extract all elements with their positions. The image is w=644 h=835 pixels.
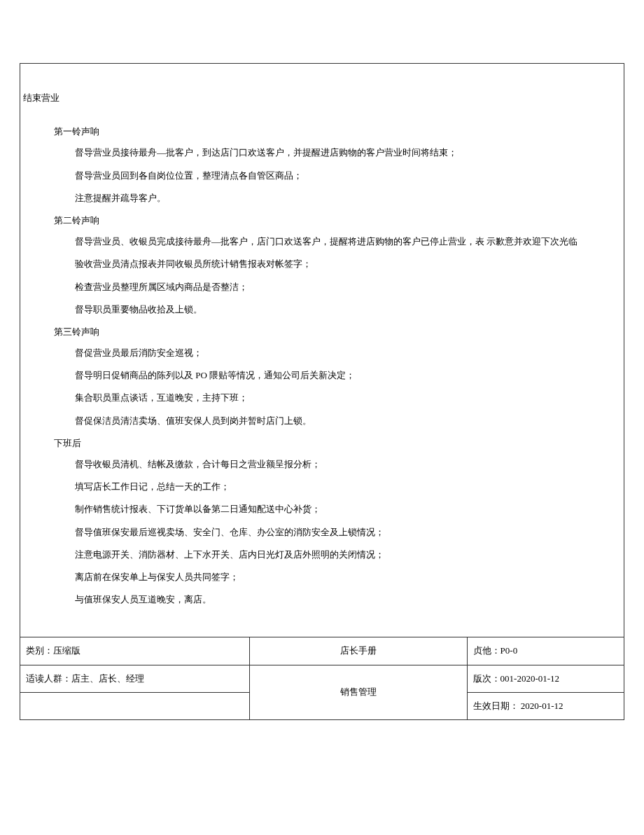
subsection-after-work: 下班后 督导收银员清机、结帐及缴款，合计每日之营业额呈报分析； 填写店长工作日记… <box>20 437 624 607</box>
footer-category: 类别：压缩版 <box>20 637 250 665</box>
subsection-title: 第三铃声响 <box>54 326 624 338</box>
section-title: 结束营业 <box>20 92 624 104</box>
list-item: 督导营业员回到各自岗位位置，整理清点各自管区商品； <box>54 170 624 182</box>
list-item: 集合职员重点谈话，互道晚安，主持下班； <box>54 392 624 404</box>
list-item: 检查营业员整理所属区域内商品是否整洁； <box>54 281 624 294</box>
list-item: 督导明日促销商品的陈列以及 PO 隈贴等情况，通知公司后关新决定； <box>54 369 624 382</box>
list-item: 验收营业员清点报表并同收银员所统计销售报表对帐签字； <box>54 258 624 270</box>
list-item: 督导职员重要物品收拾及上锁。 <box>54 303 624 316</box>
list-item: 与值班保安人员互道晚安，离店。 <box>54 593 624 606</box>
list-item: 注意电源开关、消防器材、上下水开关、店内日光灯及店外照明的关闭情况； <box>54 548 624 561</box>
footer-page-ref: 贞他：P0-0 <box>467 637 624 665</box>
subsection-title: 第一铃声响 <box>54 125 624 138</box>
footer-table: 类别：压缩版 店长手册 贞他：P0-0 适读人群：店主、店长、经理 销售管理 版… <box>20 637 624 720</box>
list-item: 注意提醒并疏导客户。 <box>54 192 624 205</box>
subsection-bell-2: 第二铃声响 督导营业员、收银员完成接待最舟—批客户，店门口欢送客户，提醒将进店购… <box>20 214 624 316</box>
list-item: 离店前在保安单上与保安人员共同签字； <box>54 571 624 584</box>
subsection-bell-1: 第一铃声响 督导营业员接待最舟—批客户，到达店门口欢送客户，并提醒进店购物的客户… <box>20 125 624 205</box>
footer-audience: 适读人群：店主、店长、经理 <box>20 665 250 692</box>
footer-empty-cell <box>20 692 250 719</box>
list-item: 制作销售统计报表、下订货单以备第二日通知配送中心补货； <box>54 503 624 516</box>
list-item: 督促营业员最后消防安全巡视； <box>54 347 624 359</box>
footer-edition: 版次：001-2020-01-12 <box>467 665 624 692</box>
subsection-title: 第二铃声响 <box>54 214 624 227</box>
subsection-bell-3: 第三铃声响 督促营业员最后消防安全巡视； 督导明日促销商品的陈列以及 PO 隈贴… <box>20 326 624 427</box>
list-item: 督导营业员、收银员完成接待最舟—批客户，店门口欢送客户，提醒将进店购物的客户已停… <box>54 235 624 248</box>
list-item: 督促保洁员清洁卖场、值班安保人员到岗并暂时店门上锁。 <box>54 415 624 427</box>
content-box: 结束营业 第一铃声响 督导营业员接待最舟—批客户，到达店门口欢送客户，并提醒进店… <box>20 63 624 637</box>
list-item: 督导营业员接待最舟—批客户，到达店门口欢送客户，并提醒进店购物的客户营业时间将结… <box>54 146 624 159</box>
footer-manual-title: 店长手册 <box>249 637 467 665</box>
list-item: 督导收银员清机、结帐及缴款，合计每日之营业额呈报分析； <box>54 458 624 471</box>
list-item: 督导值班保安最后巡视卖场、安全门、仓库、办公室的消防安全及上锁情况； <box>54 526 624 539</box>
subsection-title: 下班后 <box>54 437 624 450</box>
footer-effective-date: 生效日期： 2020-01-12 <box>467 692 624 719</box>
table-row: 类别：压缩版 店长手册 贞他：P0-0 <box>20 637 624 665</box>
list-item: 填写店长工作日记，总结一天的工作； <box>54 481 624 493</box>
table-row: 适读人群：店主、店长、经理 销售管理 版次：001-2020-01-12 <box>20 665 624 692</box>
footer-subject: 销售管理 <box>249 665 467 719</box>
page: 结束营业 第一铃声响 督导营业员接待最舟—批客户，到达店门口欢送客户，并提醒进店… <box>0 0 644 835</box>
